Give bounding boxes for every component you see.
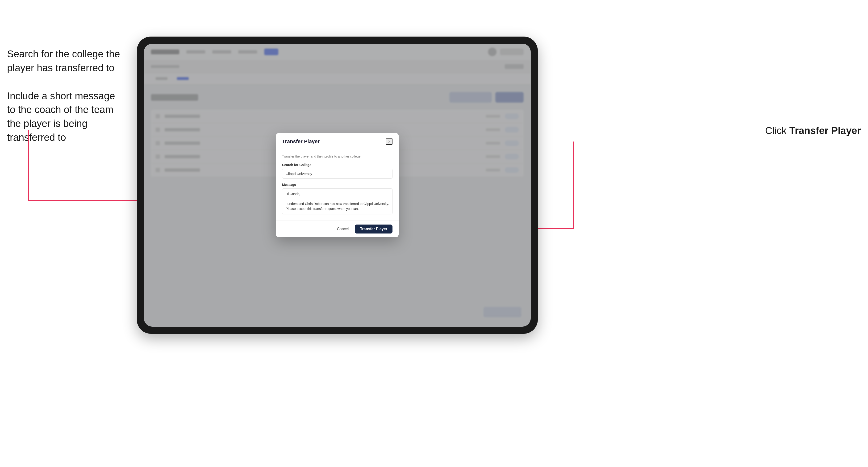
transfer-player-button[interactable]: Transfer Player [355,224,393,234]
message-label: Message [282,183,393,187]
tablet-frame: Transfer Player × Transfer the player an… [137,36,538,334]
cancel-button[interactable]: Cancel [334,225,352,233]
annotation-top-text: Search for the college the player has tr… [7,47,130,75]
annotation-left: Search for the college the player has tr… [7,47,130,159]
modal-overlay: Transfer Player × Transfer the player an… [144,44,531,326]
search-college-label: Search for College [282,163,393,167]
transfer-player-modal: Transfer Player × Transfer the player an… [276,133,399,237]
modal-body: Transfer the player and their profile to… [276,149,399,220]
modal-title: Transfer Player [282,138,319,145]
modal-close-button[interactable]: × [386,138,393,145]
annotation-right: Click Transfer Player [765,125,861,136]
annotation-right-text: Click Transfer Player [765,125,861,136]
annotation-bottom-text: Include a short message to the coach of … [7,89,130,145]
modal-footer: Cancel Transfer Player [276,220,399,237]
modal-description: Transfer the player and their profile to… [282,154,393,158]
message-textarea[interactable] [282,188,393,214]
search-college-input[interactable] [282,168,393,179]
modal-header: Transfer Player × [276,133,399,149]
tablet-screen: Transfer Player × Transfer the player an… [144,44,531,326]
